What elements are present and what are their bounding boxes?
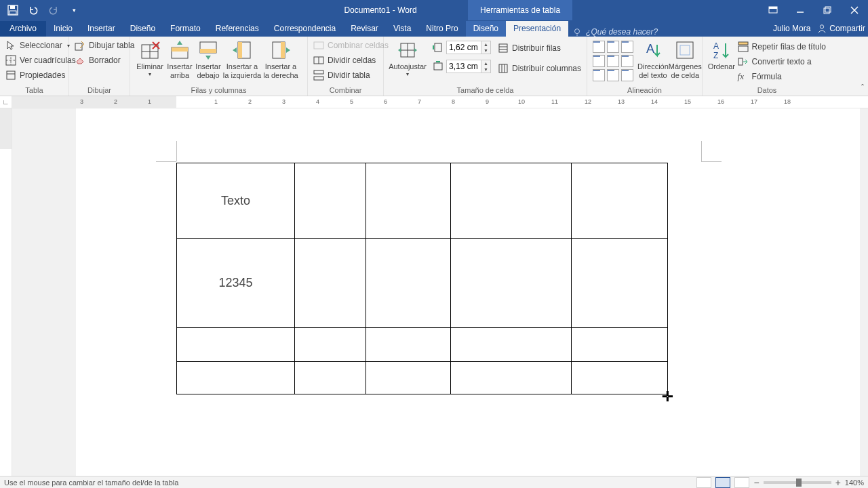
autofit-button[interactable]: Autoajustar▾ [388, 38, 427, 77]
tab-insertar[interactable]: Insertar [80, 21, 123, 37]
align-br[interactable] [621, 69, 633, 81]
tab-file[interactable]: Archivo [0, 21, 46, 37]
table-cell[interactable] [295, 239, 366, 328]
tab-correspondencia[interactable]: Correspondencia [267, 21, 343, 37]
fx-icon: fx [738, 71, 749, 82]
align-tr[interactable] [621, 41, 633, 53]
distribute-cols-button[interactable]: Distribuir columnas [496, 61, 583, 76]
close-icon[interactable] [841, 0, 868, 20]
minimize-icon[interactable] [787, 0, 814, 20]
view-print-layout[interactable] [715, 477, 730, 488]
table-cell[interactable] [366, 328, 451, 362]
save-icon[interactable] [4, 1, 22, 19]
zoom-level[interactable]: 140% [845, 479, 864, 487]
table-cell[interactable]: 12345 [177, 239, 295, 328]
tab-inicio[interactable]: Inicio [46, 21, 80, 37]
cell-margins-button[interactable]: Márgenes de celda [669, 38, 702, 79]
table-cell[interactable] [295, 163, 366, 239]
view-read-mode[interactable] [696, 477, 711, 488]
tab-context-layout[interactable]: Presentación [506, 21, 568, 37]
zoom-out-button[interactable]: − [753, 477, 759, 488]
table-cell[interactable] [366, 239, 451, 328]
sort-button[interactable]: AZ Ordenar [707, 38, 736, 71]
tab-context-design[interactable]: Diseño [466, 21, 506, 37]
align-ml[interactable] [593, 55, 605, 67]
col-width-spinner[interactable]: ▲▼ [481, 60, 491, 73]
insert-below-button[interactable]: Insertar debajo [194, 38, 222, 79]
table-cell[interactable]: Texto [177, 163, 295, 239]
align-bc[interactable] [607, 69, 619, 81]
collapse-ribbon-icon[interactable]: ˆ [861, 83, 864, 93]
table-cell[interactable] [572, 328, 668, 362]
split-cells-button[interactable]: Dividir celdas [312, 53, 390, 68]
restore-icon[interactable] [814, 0, 841, 20]
delete-button[interactable]: Eliminar▾ [134, 38, 165, 77]
repeat-header-button[interactable]: Repetir filas de título [736, 39, 827, 54]
horizontal-ruler[interactable]: ∟ 321123456789101112131415161718 [0, 96, 868, 108]
svg-rect-1 [10, 5, 15, 9]
eraser-button[interactable]: Borrador [73, 53, 136, 68]
cursor-icon [5, 40, 16, 51]
align-mr[interactable] [621, 55, 633, 67]
table-cell[interactable] [295, 362, 366, 394]
tab-vista[interactable]: Vista [386, 21, 418, 37]
zoom-in-button[interactable]: + [835, 477, 841, 488]
row-height-input[interactable] [446, 41, 481, 54]
table-cell[interactable] [451, 163, 572, 239]
table-cell[interactable] [177, 328, 295, 362]
insert-left-button[interactable]: Insertar a la izquierda [222, 38, 262, 79]
text-direction-button[interactable]: A Dirección del texto [637, 38, 669, 79]
table-cell[interactable] [451, 362, 572, 394]
table-cell[interactable] [572, 163, 668, 239]
ribbon-display-options-icon[interactable] [760, 0, 787, 20]
view-gridlines-button[interactable]: Ver cuadrículas [4, 53, 77, 68]
document-area[interactable]: Texto12345 ✛ [12, 108, 868, 476]
row-height-spinner[interactable]: ▲▼ [481, 41, 491, 54]
table-cell[interactable] [295, 328, 366, 362]
undo-icon[interactable] [24, 1, 42, 19]
insert-row-above-icon [169, 39, 191, 61]
tab-nitro[interactable]: Nitro Pro [418, 21, 465, 37]
formula-button[interactable]: fxFórmula [736, 69, 827, 84]
vertical-ruler[interactable] [0, 108, 12, 476]
tab-formato[interactable]: Formato [163, 21, 208, 37]
tab-referencias[interactable]: Referencias [208, 21, 267, 37]
vertical-scrollbar[interactable] [860, 108, 868, 476]
distribute-rows-button[interactable]: Distribuir filas [496, 41, 583, 56]
insert-above-button[interactable]: Insertar arriba [165, 38, 194, 79]
table-cell[interactable] [572, 362, 668, 394]
tell-me-search[interactable]: ¿Qué desea hacer? [572, 27, 658, 37]
view-web-layout[interactable] [734, 477, 749, 488]
align-tc[interactable] [607, 41, 619, 53]
align-mc[interactable] [607, 55, 619, 67]
draw-table-button[interactable]: Dibujar tabla [73, 38, 136, 53]
table-cell[interactable] [451, 328, 572, 362]
tab-diseno[interactable]: Diseño [123, 21, 163, 37]
insert-right-button[interactable]: Insertar a la derecha [262, 38, 300, 79]
user-name[interactable]: Julio Mora [773, 24, 810, 33]
table-cell[interactable] [366, 362, 451, 394]
svg-rect-31 [281, 42, 285, 58]
col-width-input[interactable] [446, 60, 481, 73]
redo-icon[interactable] [45, 1, 62, 19]
properties-button[interactable]: Propiedades [4, 68, 77, 83]
align-tl[interactable] [593, 41, 605, 53]
zoom-slider[interactable] [764, 481, 831, 484]
insert-row-below-icon [197, 39, 219, 61]
alignment-grid[interactable] [593, 41, 633, 81]
convert-icon [738, 56, 749, 67]
table-cell[interactable] [177, 362, 295, 394]
table-cell[interactable] [451, 239, 572, 328]
align-bl[interactable] [593, 69, 605, 81]
share-button[interactable]: Compartir [817, 24, 865, 33]
select-button[interactable]: Seleccionar▾ [4, 38, 77, 53]
tab-revisar[interactable]: Revisar [343, 21, 386, 37]
tab-selector-icon[interactable]: ∟ [0, 96, 12, 108]
split-table-button[interactable]: Dividir tabla [312, 68, 390, 83]
table-cell[interactable] [572, 239, 668, 328]
document-table[interactable]: Texto12345 [176, 163, 668, 394]
group-label-filas-columnas: Filas y columnas [134, 86, 303, 96]
qat-customize-icon[interactable]: ▾ [65, 1, 83, 19]
convert-text-button[interactable]: Convertir texto a [736, 54, 827, 69]
table-cell[interactable] [366, 163, 451, 239]
